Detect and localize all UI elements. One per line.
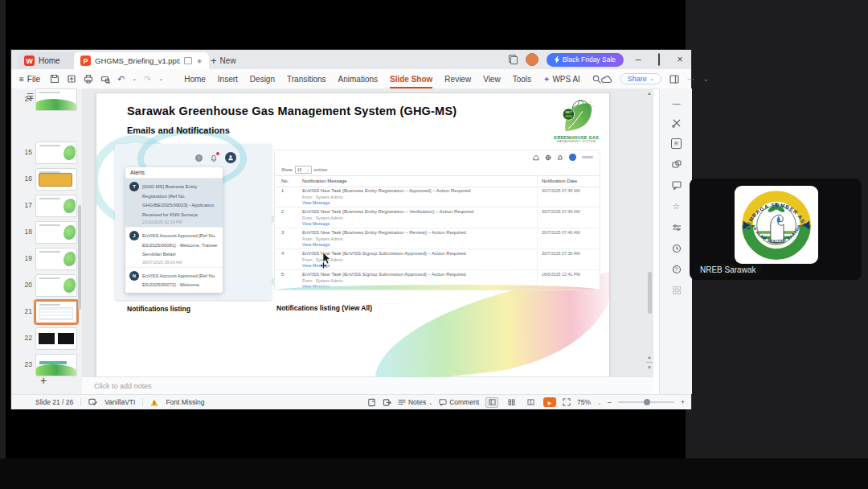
slide-number: 16 bbox=[16, 175, 32, 183]
undo-button[interactable]: ↶ bbox=[117, 74, 125, 84]
collapse-sidebar-icon[interactable]: — bbox=[671, 98, 682, 109]
black-friday-sale-button[interactable]: Black Friday Sale bbox=[547, 53, 624, 67]
slide-sorter-view-button[interactable] bbox=[505, 397, 518, 408]
zoom-slider[interactable] bbox=[618, 401, 674, 403]
print-icon[interactable] bbox=[84, 74, 93, 84]
tab-review[interactable]: Review bbox=[444, 75, 471, 84]
task-window-icon[interactable] bbox=[367, 398, 376, 407]
tab-tools[interactable]: Tools bbox=[513, 75, 531, 84]
cloud-sync-icon[interactable] bbox=[601, 75, 612, 84]
slide-thumbnail-18[interactable]: 18 bbox=[11, 221, 79, 242]
slide-number: 21 bbox=[16, 307, 32, 315]
favorites-icon[interactable]: ☆ bbox=[671, 201, 682, 212]
caption-notifications-listing-view-all[interactable]: Notifications listing (View All) bbox=[276, 304, 372, 312]
file-menu-button[interactable]: ≡ File bbox=[19, 75, 40, 84]
undo-dropdown-icon[interactable]: ⌄ bbox=[132, 76, 137, 82]
comments-panel-icon[interactable] bbox=[671, 180, 682, 191]
export-pdf-icon[interactable] bbox=[67, 74, 76, 84]
nreb-sarawak-logo: LEMBAGA SUMBER ASLI DAN ALAM SEKITAR SAR… bbox=[740, 189, 813, 261]
next-slide-button[interactable]: ▼ bbox=[647, 365, 652, 370]
zoom-slider-handle[interactable] bbox=[644, 399, 650, 405]
tab-design[interactable]: Design bbox=[250, 75, 275, 84]
alert-time: 21/10/2025 02:19 PM bbox=[142, 220, 219, 224]
task-pane-icon[interactable] bbox=[669, 75, 679, 84]
slide-thumbnail-16[interactable]: 16 bbox=[11, 168, 79, 189]
svg-text:2050: 2050 bbox=[565, 115, 572, 118]
slide-preview bbox=[35, 168, 77, 191]
comment-button[interactable]: Comment bbox=[439, 398, 479, 406]
share-button[interactable]: Share ⌄ bbox=[620, 73, 661, 84]
workspace-switch-icon[interactable] bbox=[509, 55, 518, 64]
normal-view-button[interactable] bbox=[485, 397, 498, 408]
import-export-icon[interactable] bbox=[383, 398, 391, 407]
slide-title[interactable]: Sarawak Greenhouse Gas Management System… bbox=[127, 105, 457, 117]
scroll-up-icon[interactable]: ▲ bbox=[647, 91, 652, 96]
shapes-panel-icon[interactable] bbox=[671, 159, 682, 170]
settings-sliders-icon[interactable] bbox=[671, 222, 682, 232]
slide-thumbnail-17[interactable]: 17 bbox=[11, 195, 79, 216]
search-icon[interactable] bbox=[592, 75, 601, 84]
slide-thumbnail-24[interactable]: 24 bbox=[11, 88, 79, 109]
quick-tools-icon[interactable] bbox=[671, 117, 682, 128]
more-options-icon[interactable]: ⋯ bbox=[687, 75, 695, 84]
thumbnail-scrollbar[interactable] bbox=[78, 205, 81, 310]
notes-area[interactable]: Click to add notes bbox=[82, 376, 653, 395]
help-icon[interactable]: ? bbox=[671, 264, 682, 274]
font-missing-warning[interactable]: Font Missing bbox=[166, 398, 204, 406]
maximize-button[interactable] bbox=[653, 54, 665, 65]
canvas-scrollbar[interactable] bbox=[648, 272, 652, 314]
ghg-ms-logo[interactable]: NET 2050 GREENHOUSE GAS MANAGEMENT SYSTE… bbox=[551, 97, 601, 143]
document-tab[interactable]: P GHGMS_Briefing_v1.pptx ∗ bbox=[74, 52, 209, 69]
tab-view[interactable]: View bbox=[483, 75, 501, 84]
quickbar-dropdown-icon[interactable]: ⌄ bbox=[158, 76, 163, 82]
tab-slide-show[interactable]: Slide Show bbox=[390, 75, 432, 84]
slide-thumbnail-22[interactable]: 22 bbox=[11, 327, 79, 348]
previous-slide-button[interactable]: ▲ bbox=[647, 355, 652, 360]
slide-subtitle[interactable]: Emails and Notifications bbox=[127, 125, 230, 135]
save-icon[interactable] bbox=[50, 74, 59, 84]
fullscreen-icon[interactable] bbox=[563, 398, 571, 406]
alert-avatar: N bbox=[129, 271, 139, 281]
reading-view-button[interactable] bbox=[524, 397, 537, 408]
wps-ai-label: WPS AI bbox=[552, 75, 579, 84]
menu-bar: ≡ File ↶ ⌄ ↷ ⌄ Home Insert Design bbox=[11, 69, 691, 89]
collapse-ribbon-icon[interactable]: ⌄ bbox=[703, 76, 709, 83]
new-document-button[interactable]: + New bbox=[204, 52, 243, 69]
resume-assistant-icon[interactable]: R bbox=[671, 138, 682, 149]
account-avatar[interactable] bbox=[526, 53, 538, 66]
print-preview-icon[interactable] bbox=[100, 74, 110, 84]
notifications-screenshot[interactable]: i Alerts T bbox=[115, 144, 272, 300]
slide-number: 18 bbox=[16, 228, 32, 236]
language-indicator[interactable]: VanillaVTI bbox=[104, 398, 135, 406]
notes-toggle[interactable]: Notes ⌄ bbox=[398, 398, 432, 406]
redo-button[interactable]: ↷ bbox=[144, 74, 151, 84]
slide-thumbnail-23[interactable]: 23 bbox=[11, 354, 79, 375]
close-button[interactable]: × bbox=[674, 54, 686, 65]
zoom-in-button[interactable]: + bbox=[681, 398, 685, 406]
slide-thumbnail-20[interactable]: 20 bbox=[11, 274, 79, 295]
sparkle-icon: ✦ bbox=[543, 75, 550, 84]
slide-thumbnail-19[interactable]: 19 bbox=[11, 248, 79, 269]
apps-grid-icon[interactable] bbox=[671, 285, 682, 295]
minimize-button[interactable]: – bbox=[632, 54, 645, 65]
slide-number: 20 bbox=[16, 281, 32, 289]
caption-notifications-listing[interactable]: Notifications listing bbox=[127, 305, 190, 313]
slide-thumbnail-15[interactable]: 15 bbox=[11, 142, 79, 162]
tab-animations[interactable]: Animations bbox=[338, 75, 378, 84]
participant-tile[interactable]: LEMBAGA SUMBER ASLI DAN ALAM SEKITAR SAR… bbox=[690, 179, 862, 280]
notifications-listing-screenshot[interactable]: Show 10⌄ entries No. Notification Messag… bbox=[274, 150, 600, 290]
slide-thumbnail-21-selected[interactable]: 21 bbox=[11, 301, 79, 322]
slide-21[interactable]: Sarawak Greenhouse Gas Management System… bbox=[96, 92, 610, 378]
tab-transitions[interactable]: Transitions bbox=[287, 75, 326, 84]
tab-home[interactable]: Home bbox=[184, 75, 206, 84]
spellcheck-icon[interactable] bbox=[88, 398, 97, 406]
slideshow-play-button[interactable]: ▶ bbox=[543, 397, 556, 407]
tab-wps-ai[interactable]: ✦ WPS AI bbox=[543, 75, 580, 84]
zoom-dropdown-icon[interactable]: ⌄ bbox=[597, 400, 601, 405]
add-slide-button[interactable]: + bbox=[40, 374, 47, 387]
history-clock-icon[interactable] bbox=[671, 243, 682, 253]
zoom-out-button[interactable]: − bbox=[608, 398, 612, 406]
zoom-level[interactable]: 75% bbox=[577, 398, 591, 406]
tab-insert[interactable]: Insert bbox=[218, 75, 238, 84]
wps-home-tab[interactable]: W Home bbox=[18, 52, 77, 69]
